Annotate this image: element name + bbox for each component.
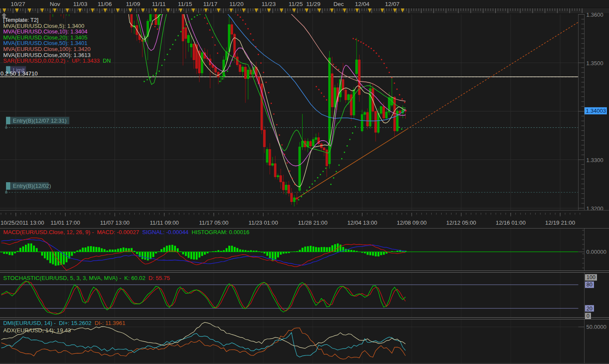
- svg-text:12/04: 12/04: [355, 1, 370, 7]
- svg-text:100: 100: [587, 274, 596, 280]
- svg-text:11/23: 11/23: [262, 1, 276, 7]
- svg-text:0.2.50 1.34710: 0.2.50 1.34710: [0, 70, 38, 77]
- svg-text:12/08 09:00: 12/08 09:00: [397, 220, 427, 226]
- svg-text:20: 20: [587, 306, 593, 312]
- svg-text:11/17 05:00: 11/17 05:00: [199, 220, 229, 226]
- svg-text:12/19 21:00: 12/19 21:00: [545, 220, 575, 226]
- svg-text:11/17: 11/17: [203, 1, 218, 7]
- svg-text:ADX(EUR/USD, 14): 19.43: ADX(EUR/USD, 14): 19.43: [3, 327, 71, 334]
- svg-text:11/23 01:00: 11/23 01:00: [248, 220, 278, 226]
- svg-text:1.3300: 1.3300: [586, 157, 603, 163]
- svg-text:0.00000: 0.00000: [586, 249, 606, 255]
- svg-text:12/12 05:00: 12/12 05:00: [446, 220, 476, 226]
- svg-text:MACD(EUR/USD.Close, 12, 26, 9): MACD(EUR/USD.Close, 12, 26, 9) - MACD: -…: [3, 229, 250, 235]
- svg-text:12/16 01:00: 12/16 01:00: [496, 220, 526, 226]
- svg-text:10/27: 10/27: [11, 1, 25, 7]
- svg-text:12/07: 12/07: [385, 1, 400, 7]
- svg-text:11/15: 11/15: [178, 1, 192, 7]
- svg-text:Nov: Nov: [50, 1, 60, 7]
- svg-text:Entry(B)(12/02): Entry(B)(12/02): [13, 183, 51, 189]
- svg-text:11/25: 11/25: [289, 1, 303, 7]
- svg-text:0: 0: [587, 313, 590, 319]
- svg-text:11/11: 11/11: [152, 1, 166, 7]
- svg-text:50.0000: 50.0000: [586, 324, 606, 330]
- svg-text:STOCHASTIC(EUR/USD, 5, 3, 3, M: STOCHASTIC(EUR/USD, 5, 3, 3, MVA, MVA) -…: [3, 275, 170, 281]
- svg-text:10/25/2011 13:00: 10/25/2011 13:00: [0, 220, 44, 226]
- svg-text:12/04 13:00: 12/04 13:00: [347, 220, 377, 226]
- svg-text:1.3600: 1.3600: [586, 12, 603, 18]
- svg-text:Entry(B)(12/07 12:31): Entry(B)(12/07 12:31): [13, 117, 67, 124]
- svg-text:1.3500: 1.3500: [586, 60, 603, 66]
- svg-text:11/29: 11/29: [306, 1, 321, 7]
- svg-text:11/11 09:00: 11/11 09:00: [150, 220, 179, 226]
- svg-text:DMI(EUR/USD, 14) - DI+: 15.26: DMI(EUR/USD, 14) - DI+: 15.2602 DI-: 11.…: [3, 320, 126, 326]
- svg-text:11/09: 11/09: [126, 1, 140, 7]
- svg-text:SAR(EUR/USD,0.02,0.2) - UP: 1: SAR(EUR/USD,0.02,0.2) - UP: 1.3433 DN: [3, 57, 111, 64]
- svg-text:11/20: 11/20: [230, 1, 244, 7]
- svg-text:80: 80: [587, 282, 593, 288]
- svg-text:11/06: 11/06: [98, 1, 112, 7]
- svg-text:11/03: 11/03: [73, 1, 88, 7]
- svg-text:11/28 21:00: 11/28 21:00: [298, 220, 327, 226]
- svg-text:1.34003: 1.34003: [586, 108, 606, 114]
- svg-text:11/07 13:00: 11/07 13:00: [100, 220, 130, 226]
- svg-text:Dec: Dec: [333, 1, 344, 7]
- svg-text:11/01 17:00: 11/01 17:00: [51, 220, 80, 226]
- svg-text:1.3200: 1.3200: [586, 205, 603, 212]
